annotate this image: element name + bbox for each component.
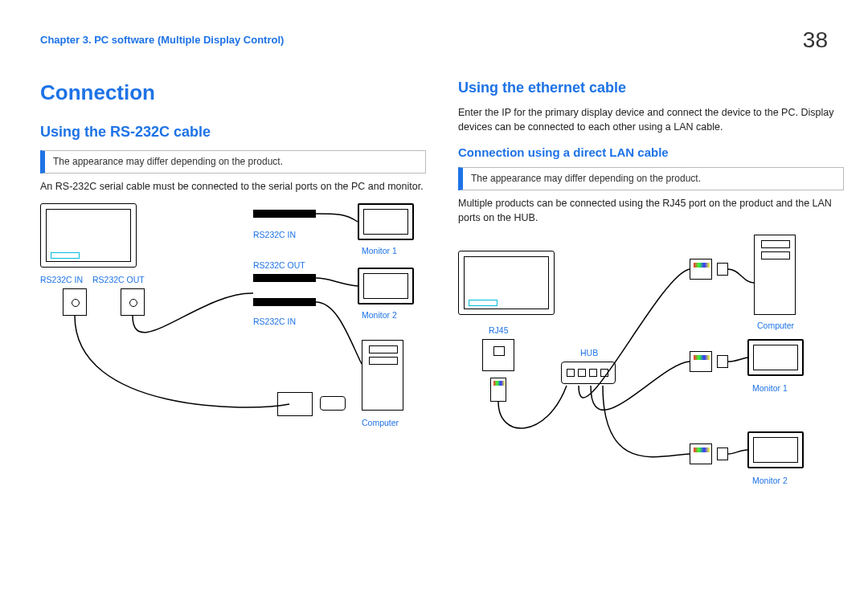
monitor-icon	[358, 203, 414, 240]
label-hub: HUB	[580, 347, 598, 359]
computer-tower-icon	[754, 235, 796, 315]
port-icon	[63, 288, 87, 316]
eth-plug-icon	[690, 259, 712, 280]
left-column: Connection Using the RS-232C cable The a…	[40, 78, 426, 484]
ethernet-diagram: RJ45 HUB	[458, 235, 844, 484]
eth-socket-icon	[717, 447, 728, 460]
monitor-icon	[747, 431, 804, 468]
monitor-icon	[358, 268, 414, 304]
eth-socket-icon	[717, 263, 728, 276]
section-title: Connection	[40, 78, 426, 107]
monitor-icon	[747, 339, 804, 376]
port-icon	[121, 288, 145, 316]
page-header: Chapter 3. PC software (Multiple Display…	[40, 24, 828, 55]
jack-icon	[253, 274, 316, 282]
computer-tower-icon	[362, 340, 403, 411]
label-monitor2-right: Monitor 2	[752, 475, 788, 487]
label-rj45: RJ45	[489, 325, 509, 337]
label-rs232c-out-2: RS232C OUT	[253, 260, 305, 272]
rs232c-body: An RS-232C serial cable must be connecte…	[40, 180, 426, 194]
ethernet-subtitle: Using the ethernet cable	[458, 78, 844, 98]
ethernet-body1: Enter the IP for the primary display dev…	[458, 106, 844, 134]
label-monitor2: Monitor 2	[362, 309, 397, 321]
serial-port-icon	[320, 396, 346, 411]
rj45-plug-icon	[490, 378, 506, 402]
eth-plug-icon	[690, 443, 712, 464]
label-monitor1: Monitor 1	[362, 245, 397, 257]
serial-connector-icon	[277, 392, 313, 416]
rs232c-note: The appearance may differ depending on t…	[40, 150, 426, 174]
page-number: 38	[803, 24, 828, 55]
label-rs232c-in-1: RS232C IN	[40, 274, 83, 286]
content-columns: Connection Using the RS-232C cable The a…	[40, 78, 828, 484]
rs232c-subtitle: Using the RS-232C cable	[40, 122, 426, 142]
rj45-port-icon	[482, 339, 514, 371]
display-rear-icon	[458, 251, 555, 315]
rs232c-diagram: RS232C IN RS232C OUT RS232C IN RS232C OU…	[40, 203, 426, 452]
page: Chapter 3. PC software (Multiple Display…	[0, 0, 868, 500]
display-rear-icon	[40, 203, 137, 268]
right-column: Using the ethernet cable Enter the IP fo…	[458, 78, 844, 484]
eth-socket-icon	[717, 355, 728, 368]
chapter-label: Chapter 3. PC software (Multiple Display…	[40, 33, 284, 47]
ethernet-body2: Multiple products can be connected using…	[458, 197, 844, 225]
ethernet-note: The appearance may differ depending on t…	[458, 167, 844, 190]
lan-subsubtitle: Connection using a direct LAN cable	[458, 144, 844, 161]
label-rs232c-in-3: RS232C IN	[253, 316, 296, 328]
eth-plug-icon	[690, 351, 712, 372]
label-rs232c-out-1: RS232C OUT	[92, 274, 145, 286]
label-monitor1-right: Monitor 1	[752, 382, 788, 394]
label-computer-left: Computer	[362, 417, 399, 429]
label-rs232c-in-2: RS232C IN	[253, 229, 296, 241]
jack-icon	[253, 298, 316, 306]
hub-icon	[561, 362, 616, 384]
label-computer-right: Computer	[757, 320, 794, 332]
jack-icon	[253, 210, 316, 218]
